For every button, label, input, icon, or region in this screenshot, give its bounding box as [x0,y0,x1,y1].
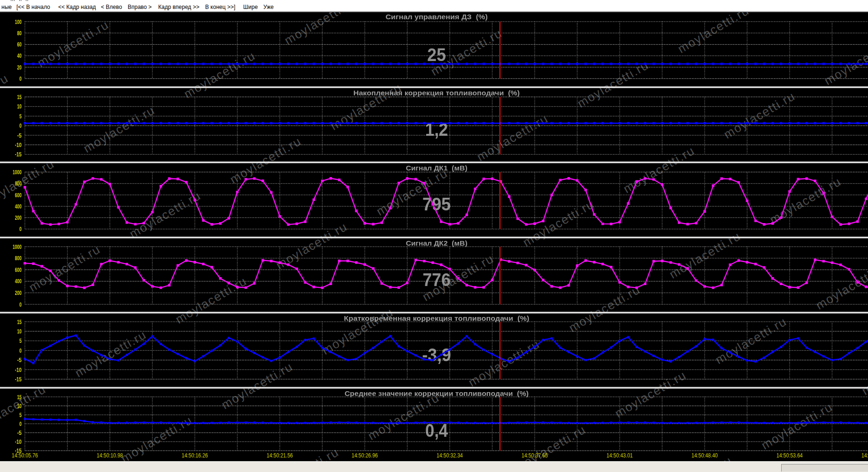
svg-text:15: 15 [17,394,22,401]
svg-text:-5: -5 [17,357,22,364]
svg-text:776: 776 [422,270,451,290]
svg-text:-10: -10 [15,367,22,373]
svg-text:40: 40 [17,53,22,59]
svg-text:-15: -15 [15,151,22,158]
svg-text:14:50:05.76: 14:50:05.76 [12,452,38,459]
svg-text:0: 0 [19,421,22,427]
svg-text:-10: -10 [15,439,22,445]
svg-text:Накопленная коррекция топливоп: Накопленная коррекция топливоподачи (%) [353,89,520,97]
svg-text:-15: -15 [15,376,22,383]
svg-text:14:50:37.65: 14:50:37.65 [522,452,548,459]
svg-text:Среднее значение коррекции топ: Среднее значение коррекции топливоподачи… [345,390,529,397]
svg-text:800: 800 [15,255,22,262]
svg-text:600: 600 [15,192,22,199]
svg-text:100: 100 [15,19,22,25]
svg-text:600: 600 [15,267,22,273]
svg-text:0: 0 [19,348,22,354]
svg-text:400: 400 [15,203,22,210]
svg-text:-10: -10 [15,142,22,148]
svg-text:200: 200 [15,215,22,221]
svg-text:Сигнал управления ДЗ (%): Сигнал управления ДЗ (%) [385,13,488,21]
svg-text:0: 0 [19,76,22,82]
svg-text:Сигнал ДК1 (мВ): Сигнал ДК1 (мВ) [406,164,467,172]
svg-text:14:50:43.01: 14:50:43.01 [607,452,633,459]
svg-text:14:50:32.34: 14:50:32.34 [437,452,463,459]
svg-text:10: 10 [17,328,22,335]
svg-text:5: 5 [19,338,22,344]
svg-text:800: 800 [15,180,22,187]
svg-text:1,2: 1,2 [425,119,448,139]
svg-text:5: 5 [19,412,22,418]
svg-text:5: 5 [19,113,22,120]
svg-text:-3,9: -3,9 [422,345,451,365]
svg-text:-5: -5 [17,132,22,139]
svg-text:200: 200 [15,290,22,296]
svg-text:15: 15 [17,319,22,325]
svg-text:10: 10 [17,103,22,110]
svg-text:25: 25 [427,45,446,65]
svg-text:Кратковременная коррекция топл: Кратковременная коррекция топливоподачи … [344,315,530,322]
svg-text:15: 15 [17,94,22,101]
svg-text:-5: -5 [17,430,22,436]
svg-text:14:50:58.88: 14:50:58.88 [861,452,868,459]
svg-text:20: 20 [17,64,22,71]
svg-text:14:50:48.40: 14:50:48.40 [691,452,718,459]
svg-text:14:50:21.56: 14:50:21.56 [267,452,293,459]
svg-text:400: 400 [15,278,22,285]
svg-text:Сигнал ДК2 (мВ): Сигнал ДК2 (мВ) [406,240,467,247]
svg-text:0,4: 0,4 [425,420,448,441]
svg-text:0: 0 [19,123,22,129]
svg-text:60: 60 [17,41,22,48]
svg-text:1000: 1000 [13,244,22,250]
svg-text:0: 0 [19,226,22,232]
svg-text:0: 0 [19,302,22,308]
svg-text:80: 80 [17,30,22,37]
svg-text:1000: 1000 [13,169,22,176]
svg-text:10: 10 [17,403,22,410]
svg-text:14:50:53.64: 14:50:53.64 [776,452,803,459]
svg-text:14:50:26.96: 14:50:26.96 [352,452,378,459]
svg-text:14:50:16.26: 14:50:16.26 [182,452,208,459]
svg-text:14:50:10.98: 14:50:10.98 [97,452,123,459]
